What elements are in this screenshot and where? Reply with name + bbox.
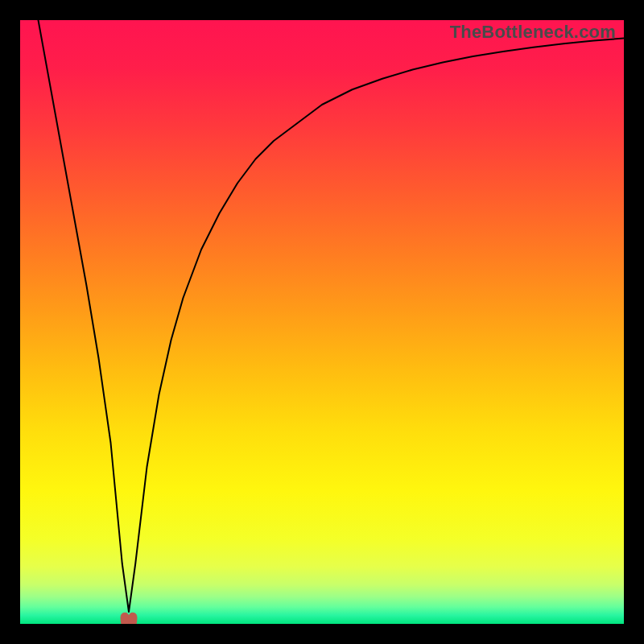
plot-area: TheBottleneck.com <box>20 20 624 624</box>
chart-frame: TheBottleneck.com <box>0 0 644 644</box>
chart-svg <box>20 20 624 624</box>
watermark-label: TheBottleneck.com <box>450 22 616 43</box>
gradient-background <box>20 20 624 624</box>
